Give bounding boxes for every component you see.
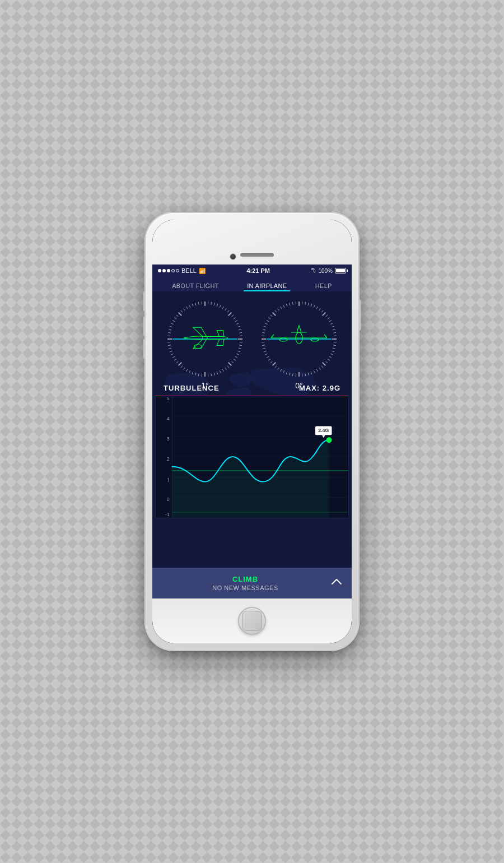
svg-line-138 — [262, 332, 265, 333]
tab-in-airplane[interactable]: IN AIRPLANE — [244, 280, 290, 291]
battery-percent: 100% — [318, 268, 333, 274]
chart-red-line — [156, 396, 348, 396]
svg-line-147 — [278, 308, 279, 310]
svg-line-61 — [171, 323, 174, 324]
tab-about-flight[interactable]: ABOUT FLIGHT — [169, 280, 222, 291]
svg-line-92 — [325, 315, 328, 317]
chart-container: 5 4 3 2 1 0 -1 — [155, 395, 349, 518]
svg-line-41 — [195, 373, 196, 375]
svg-line-151 — [290, 303, 290, 305]
svg-line-124 — [281, 369, 282, 372]
footer-message: NO NEW MESSAGES — [212, 584, 278, 591]
svg-line-89 — [319, 308, 321, 310]
svg-line-25 — [236, 354, 239, 355]
svg-line-125 — [278, 368, 279, 370]
svg-line-149 — [283, 305, 284, 308]
bottom-bezel — [152, 598, 352, 643]
svg-line-109 — [323, 363, 326, 366]
earpiece-speaker — [240, 253, 274, 257]
svg-line-102 — [333, 345, 336, 346]
svg-line-90 — [321, 310, 323, 313]
svg-line-10 — [227, 310, 229, 313]
battery-fill — [336, 269, 345, 272]
front-attitude-indicator: 0° — [260, 300, 338, 378]
footer-bar: CLIMB NO NEW MESSAGES — [152, 568, 352, 598]
svg-line-43 — [189, 370, 190, 373]
svg-text:2.4G: 2.4G — [318, 428, 329, 433]
svg-line-47 — [179, 363, 182, 366]
svg-line-145 — [273, 313, 276, 316]
main-content: /* ticks drawn below */ — [152, 291, 352, 568]
svg-line-65 — [179, 313, 182, 316]
svg-line-129 — [268, 359, 270, 361]
svg-line-106 — [329, 356, 332, 358]
svg-line-97 — [333, 330, 335, 330]
svg-line-98 — [333, 332, 336, 333]
svg-line-130 — [267, 356, 269, 358]
svg-text:1: 1 — [167, 477, 170, 482]
svg-line-51 — [171, 354, 174, 355]
svg-line-134 — [262, 345, 265, 346]
max-g-label: MAX: 2.9G — [299, 384, 340, 392]
svg-line-112 — [316, 369, 318, 372]
top-bezel — [152, 220, 352, 265]
svg-line-152 — [292, 302, 293, 305]
svg-line-69 — [189, 305, 190, 308]
status-bar: BELL 📶 4:21 PM ⮷ 100% — [152, 265, 352, 277]
svg-line-23 — [239, 348, 241, 349]
svg-line-62 — [172, 321, 175, 322]
bluetooth-icon: ⮷ — [311, 268, 316, 273]
svg-line-87 — [314, 305, 315, 308]
svg-line-52 — [170, 351, 172, 352]
svg-line-116 — [305, 373, 306, 376]
svg-text:4: 4 — [167, 416, 170, 421]
svg-line-48 — [176, 361, 179, 363]
svg-line-72 — [198, 302, 199, 305]
svg-text:-1: -1 — [165, 512, 170, 517]
wifi-icon: 📶 — [199, 268, 206, 274]
svg-line-14 — [235, 321, 237, 322]
svg-line-49 — [174, 359, 176, 361]
svg-line-115 — [308, 373, 309, 375]
signal-dot-2 — [162, 269, 166, 272]
svg-line-22 — [239, 345, 242, 346]
signal-strength — [158, 269, 179, 272]
svg-line-44 — [186, 369, 188, 372]
footer-expand-button[interactable] — [330, 575, 343, 591]
svg-line-26 — [235, 356, 237, 358]
svg-line-120 — [292, 373, 293, 376]
svg-line-126 — [275, 365, 277, 368]
svg-line-142 — [267, 321, 269, 322]
svg-line-46 — [181, 365, 183, 368]
svg-text:0: 0 — [167, 497, 170, 502]
svg-line-24 — [237, 351, 240, 352]
svg-line-140 — [264, 326, 267, 327]
svg-line-144 — [270, 315, 273, 317]
svg-line-60 — [170, 326, 172, 327]
svg-line-64 — [176, 315, 179, 317]
svg-line-84 — [305, 302, 306, 305]
status-time: 4:21 PM — [246, 267, 270, 274]
svg-line-40 — [198, 373, 199, 376]
signal-dot-4 — [171, 269, 175, 272]
front-tick-overlay — [260, 300, 338, 378]
svg-line-71 — [195, 303, 196, 305]
svg-line-15 — [236, 323, 239, 324]
svg-line-127 — [273, 363, 276, 366]
svg-line-133 — [263, 348, 265, 349]
svg-line-128 — [270, 361, 273, 363]
phone-device: BELL 📶 4:21 PM ⮷ 100% ABOUT FLIGHT IN AI… — [146, 213, 358, 650]
svg-line-34 — [217, 372, 218, 374]
svg-line-4 — [211, 302, 212, 305]
svg-line-104 — [332, 351, 334, 352]
tab-help[interactable]: HELP — [312, 280, 335, 291]
footer-left: CLIMB NO NEW MESSAGES — [161, 575, 330, 591]
svg-line-35 — [214, 373, 214, 375]
carrier-name: BELL — [181, 267, 197, 274]
home-button[interactable] — [238, 607, 266, 635]
svg-text:3: 3 — [167, 436, 170, 442]
turbulence-label: TURBULENCE — [164, 384, 220, 392]
flight-status: CLIMB — [232, 575, 258, 583]
status-left: BELL 📶 — [158, 267, 206, 274]
svg-line-95 — [330, 323, 333, 324]
